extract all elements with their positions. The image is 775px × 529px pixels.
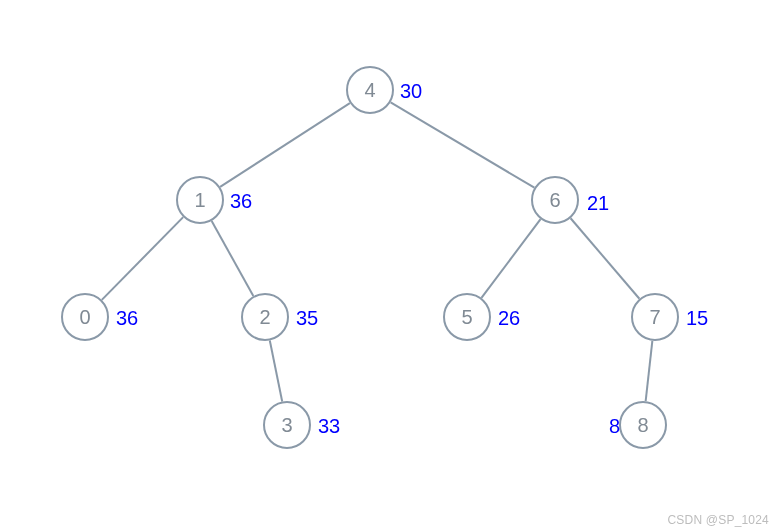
node-label: 7 (649, 306, 660, 329)
node-label: 4 (364, 79, 375, 102)
node-annotation: 36 (230, 190, 252, 213)
node-annotation: 15 (686, 307, 708, 330)
node-annotation: 8 (609, 415, 620, 438)
node-label: 1 (194, 189, 205, 212)
tree-node: 8 (619, 401, 667, 449)
node-label: 2 (259, 306, 270, 329)
node-annotation: 36 (116, 307, 138, 330)
node-annotation: 33 (318, 415, 340, 438)
tree-edge (102, 217, 183, 300)
node-annotation: 35 (296, 307, 318, 330)
tree-node: 6 (531, 176, 579, 224)
tree-edge (212, 221, 254, 296)
tree-edge (646, 341, 653, 401)
node-label: 5 (461, 306, 472, 329)
tree-edge (391, 102, 535, 187)
tree-node: 0 (61, 293, 109, 341)
node-label: 0 (79, 306, 90, 329)
node-annotation: 21 (587, 192, 609, 215)
node-annotation: 26 (498, 307, 520, 330)
tree-node: 7 (631, 293, 679, 341)
tree-node: 4 (346, 66, 394, 114)
tree-diagram: 43013662103623552671533388 CSDN @SP_1024 (0, 0, 775, 529)
tree-edge (481, 219, 540, 298)
tree-node: 5 (443, 293, 491, 341)
tree-node: 3 (263, 401, 311, 449)
tree-edge (270, 341, 282, 402)
tree-node: 2 (241, 293, 289, 341)
node-label: 8 (637, 414, 648, 437)
tree-edge (220, 103, 350, 187)
tree-edge (571, 218, 640, 299)
node-annotation: 30 (400, 80, 422, 103)
node-label: 3 (281, 414, 292, 437)
node-label: 6 (549, 189, 560, 212)
tree-node: 1 (176, 176, 224, 224)
watermark: CSDN @SP_1024 (668, 513, 770, 527)
